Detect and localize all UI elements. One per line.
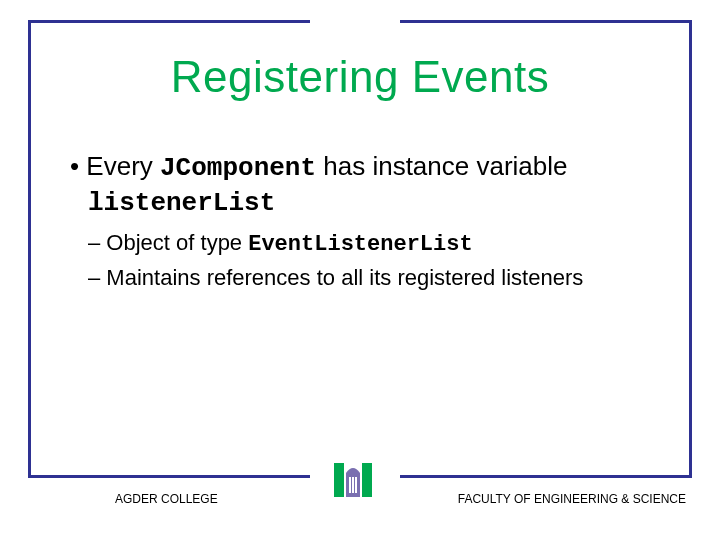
text: Every xyxy=(86,151,160,181)
code-text: listenerList xyxy=(88,188,275,218)
footer-left-text: AGDER COLLEGE xyxy=(115,492,218,506)
frame-rule xyxy=(400,20,692,23)
frame-rule xyxy=(689,20,692,478)
frame-rule xyxy=(28,20,31,478)
text: Object of type xyxy=(106,230,248,255)
dash: – xyxy=(88,265,106,290)
slide-body: • Every JComponent has instance variable… xyxy=(70,150,660,292)
slide-title: Registering Events xyxy=(60,52,660,102)
slide: Registering Events • Every JComponent ha… xyxy=(0,0,720,540)
bullet-level-2: – Object of type EventListenerList xyxy=(70,229,660,260)
frame-rule xyxy=(28,475,310,478)
text: Maintains references to all its register… xyxy=(106,265,583,290)
code-text: JComponent xyxy=(160,153,316,183)
bullet-level-2: – Maintains references to all its regist… xyxy=(70,264,660,293)
bullet-level-1: • Every JComponent has instance variable… xyxy=(70,150,660,219)
code-text: EventListenerList xyxy=(248,232,472,257)
dash: – xyxy=(88,230,106,255)
slide-footer: AGDER COLLEGE FACULTY OF ENGINEERING & S… xyxy=(0,482,720,522)
footer-right-text: FACULTY OF ENGINEERING & SCIENCE xyxy=(458,492,686,506)
bullet-dot: • xyxy=(70,151,86,181)
frame-rule xyxy=(400,475,692,478)
frame-rule xyxy=(28,20,310,23)
text: has instance variable xyxy=(316,151,567,181)
